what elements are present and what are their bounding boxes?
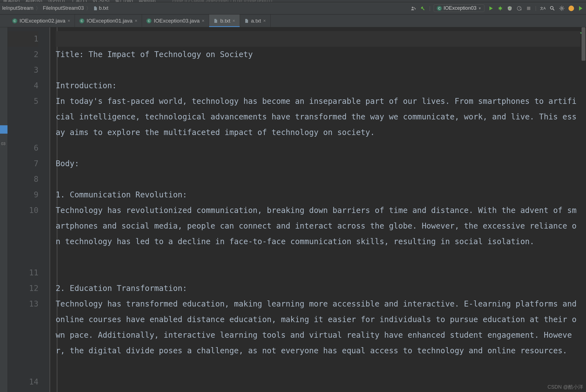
settings-icon[interactable] [559,5,565,11]
menu-item[interactable]: 工具(T) [70,0,87,2]
tab-label: IOException03.java [154,18,200,24]
tab-label: a.txt [251,18,261,24]
breadcrumb-label: FileInputStream03 [43,5,84,11]
line-number: 7 [8,156,38,171]
breadcrumb-item[interactable]: leInputStream [2,5,33,11]
text-file-icon [244,19,249,23]
line-number: 6 [8,140,38,156]
run-icon[interactable] [488,5,494,11]
code-line[interactable]: 1. Communication Revolution: [56,187,580,203]
tool-marker[interactable] [0,125,8,134]
line-number: 10 [8,203,38,265]
debug-icon[interactable] [497,5,503,11]
coverage-icon[interactable] [507,5,513,11]
menu-item[interactable]: VCS(S) [92,0,109,2]
menu-item[interactable]: 帮助(H) [139,0,156,2]
profiler-icon[interactable]: ▾ [516,5,522,11]
left-tool-strip[interactable]: 03 [0,27,8,392]
tab-a-txt[interactable]: a.txt× [240,14,271,27]
text-file-icon [214,19,218,23]
close-icon[interactable]: × [135,18,137,23]
code-line[interactable] [56,171,580,187]
breadcrumb: leInputStream 〉 FileInputStream03 〉 b.tx… [2,5,108,12]
gutter-line-numbers: 1234567891011121314 [8,27,50,392]
code-line[interactable]: Title: The Impact of Technology on Socie… [56,47,580,62]
line-number: 13 [8,296,38,374]
close-icon[interactable]: × [232,18,235,23]
users-icon[interactable]: ▾ [410,5,416,11]
menu-item[interactable]: 窗口(W) [115,0,133,2]
file-icon [93,6,98,11]
tool-label[interactable]: 03 [1,141,6,146]
chevron-right-icon: 〉 [35,5,42,12]
chevron-down-icon: ▼ [478,6,481,10]
toolbar-right: ▾ | C IOException03 ▼ ▾ | 文A [410,4,584,12]
line-number: 5 [8,94,38,140]
stop-icon[interactable] [526,5,532,11]
code-line[interactable]: In today's fast-paced world, technology … [56,94,580,140]
watermark-text: CSDN @酷小洋 [548,384,583,390]
code-line[interactable]: Introduction: [56,78,580,94]
editor-tabs: CIOException02.java×CIOException01.java×… [0,14,586,27]
breadcrumb-item[interactable]: FileInputStream03 [43,5,84,11]
svg-point-3 [499,7,502,10]
editor-area: 1234567891011121314 Title: The Impact of… [8,27,586,392]
chevron-right-icon: 〉 [85,5,92,12]
menu-bar[interactable]: 重构(R) 构建(N) 运行(U) 工具(T) VCS(S) 窗口(W) 帮助(… [0,0,586,2]
code-line[interactable] [56,265,580,281]
line-number: 4 [8,78,38,94]
java-class-icon: C [12,18,17,23]
breadcrumb-item[interactable]: b.txt [93,5,108,11]
menu-item[interactable]: 重构(R) [3,0,20,2]
line-number: 12 [8,281,38,296]
line-number: 2 [8,47,38,62]
line-number: 11 [8,265,38,281]
run-configuration-selector[interactable]: C IOException03 ▼ [434,4,484,12]
close-icon[interactable]: × [202,18,204,23]
code-line[interactable]: Body: [56,156,580,171]
line-number: 8 [8,171,38,187]
close-icon[interactable]: × [68,18,70,23]
svg-text:▾: ▾ [520,8,522,11]
line-number: 14 [8,374,38,390]
svg-point-0 [412,7,413,8]
svg-rect-6 [527,7,530,10]
java-class-icon: C [146,18,151,23]
tab-b-txt[interactable]: b.txt× [209,14,240,27]
code-line[interactable]: Technology has transformed education, ma… [56,296,580,374]
code-line[interactable] [56,140,580,156]
breadcrumb-label: b.txt [99,5,108,11]
code-line[interactable] [56,374,580,390]
svg-point-9 [561,8,563,9]
code-line[interactable]: Technology has revolutionized communicat… [56,203,580,265]
code-line[interactable] [56,62,580,78]
tab-IOException02-java[interactable]: CIOException02.java× [8,14,75,27]
close-icon[interactable]: × [263,18,266,23]
search-icon[interactable] [549,5,555,11]
scrollbar-thumb[interactable] [582,27,585,61]
code-line[interactable]: 2. Education Transformation: [56,281,580,296]
code-content[interactable]: Title: The Impact of Technology on Socie… [50,27,586,392]
svg-text:▾: ▾ [415,7,416,10]
navigation-toolbar: leInputStream 〉 FileInputStream03 〉 b.tx… [0,2,586,14]
svg-point-8 [550,6,553,9]
window-title: code [D:\JavaCode\code] - b.txt [codeTex… [172,0,272,2]
editor-marks-strip: ✔ [580,27,586,392]
menu-item[interactable]: 运行(U) [48,0,65,2]
java-class-icon: C [79,18,84,23]
breadcrumb-label: leInputStream [2,5,33,11]
tab-label: IOException01.java [87,18,133,24]
line-number: 3 [8,62,38,78]
hammer-icon[interactable] [420,5,426,11]
code-line[interactable] [56,31,580,47]
tab-IOException03-java[interactable]: CIOException03.java× [142,14,209,27]
avatar-icon[interactable] [568,5,574,11]
translate-icon[interactable]: 文A [540,5,546,11]
plugin-icon[interactable] [578,5,584,11]
tab-IOException01-java[interactable]: CIOException01.java× [75,14,142,27]
menu-item[interactable]: 构建(N) [25,0,42,2]
tab-label: b.txt [220,18,230,24]
line-number: 1 [8,31,38,47]
run-config-label: IOException03 [443,5,476,11]
tab-label: IOException02.java [19,18,65,24]
